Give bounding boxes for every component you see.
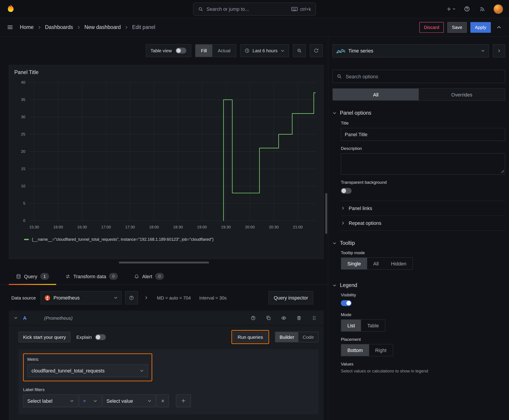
svg-text:17:30: 17:30 — [125, 225, 135, 229]
tooltip-mode-all[interactable]: All — [367, 258, 385, 269]
prometheus-query-builder: Metric cloudflared_tunnel_total_requests… — [18, 349, 318, 414]
mega-menu-button[interactable] — [6, 23, 15, 32]
panel-links-row[interactable]: Panel links — [341, 201, 505, 216]
explain-toggle[interactable] — [95, 334, 106, 340]
trash-icon — [296, 315, 302, 320]
remove-filter-button[interactable] — [156, 394, 169, 407]
legend-values-description: Select values or calculations to show in… — [341, 369, 505, 374]
builder-option[interactable]: Builder — [275, 332, 298, 342]
legend-header[interactable]: Legend — [332, 278, 505, 292]
expand-options-button[interactable] — [141, 291, 151, 304]
metric-value: cloudflared_tunnel_total_requests — [31, 368, 105, 374]
fill-option[interactable]: Fill — [196, 45, 212, 57]
panel-edit-actions: Discard Save Apply — [419, 22, 503, 33]
viz-picker[interactable]: Time series — [332, 44, 489, 57]
breadcrumb-dashboards[interactable]: Dashboards — [45, 24, 73, 30]
svg-text:20:30: 20:30 — [269, 225, 279, 229]
news-button[interactable] — [478, 5, 487, 14]
legend-placement-right[interactable]: Right — [369, 344, 393, 356]
drag-query-handle[interactable] — [310, 314, 319, 323]
time-range-picker[interactable]: Last 6 hours — [240, 44, 289, 57]
toggle-query-visibility-button[interactable] — [279, 314, 289, 323]
save-button[interactable]: Save — [447, 22, 467, 33]
legend-mode-label: Mode — [341, 312, 505, 317]
interval-stat: Interval = 30s — [199, 295, 227, 300]
svg-text:35: 35 — [21, 97, 25, 102]
global-search[interactable]: Search or jump to... ctrl+k — [193, 2, 316, 15]
options-tabs: All Overrides — [332, 88, 505, 100]
query-inspector-button[interactable]: Query inspector — [268, 291, 313, 304]
repeat-options-row[interactable]: Repeat options — [341, 215, 505, 230]
panel-title[interactable]: Panel Title — [14, 67, 318, 75]
tab-transform-data[interactable]: Transform data 0 — [58, 268, 125, 285]
description-label: Description — [341, 146, 505, 151]
kick-start-button[interactable]: Kick start your query — [18, 332, 70, 342]
query-help-button[interactable] — [249, 314, 258, 323]
select-value-dropdown[interactable]: Select value — [102, 394, 156, 407]
select-label-dropdown[interactable]: Select label — [23, 394, 78, 407]
prometheus-icon — [45, 295, 51, 301]
breadcrumb-new-dashboard[interactable]: New dashboard — [84, 24, 121, 30]
refresh-icon — [313, 48, 319, 53]
options-search-input[interactable] — [332, 70, 505, 83]
panel-title-input[interactable] — [341, 128, 505, 141]
metric-label: Metric — [27, 357, 148, 362]
tab-query[interactable]: Query 1 — [9, 268, 56, 285]
legend-series-label[interactable]: {__name__="cloudflared_tunnel_total_requ… — [32, 237, 214, 242]
duplicate-query-button[interactable] — [264, 314, 273, 323]
panel-options-header[interactable]: Panel options — [332, 106, 505, 120]
grafana-edit-panel-page: Search or jump to... ctrl+k — [0, 0, 509, 420]
svg-text:0: 0 — [23, 218, 25, 223]
apply-button[interactable]: Apply — [471, 22, 491, 33]
discard-button[interactable]: Discard — [419, 22, 444, 33]
label-filters-label: Label filters — [23, 387, 314, 392]
vertical-scrollbar[interactable] — [325, 193, 327, 234]
help-button[interactable] — [462, 5, 471, 14]
resize-handle-icon[interactable] — [501, 170, 504, 173]
legend-visibility-toggle[interactable] — [341, 300, 352, 306]
table-view-label: Table view — [151, 48, 172, 53]
chevron-down-icon — [70, 399, 74, 403]
tooltip-mode-single[interactable]: Single — [341, 258, 367, 269]
tab-all-options[interactable]: All — [333, 89, 419, 100]
legend-values-label: Values — [341, 361, 505, 366]
collapse-options-button[interactable] — [493, 44, 505, 57]
collapse-header-button[interactable] — [494, 23, 504, 32]
breadcrumb: Home Dashboards New dashboard Edit panel — [20, 24, 155, 30]
delete-query-button[interactable] — [295, 314, 304, 323]
datasource-picker[interactable]: Prometheus — [41, 291, 122, 304]
legend-placement-bottom[interactable]: Bottom — [341, 344, 369, 356]
table-view-toggle[interactable] — [176, 48, 187, 54]
tab-overrides[interactable]: Overrides — [419, 89, 505, 100]
legend-mode-table[interactable]: Table — [361, 320, 385, 331]
help-icon — [464, 6, 470, 12]
tooltip-mode-hidden[interactable]: Hidden — [385, 258, 413, 269]
datasource-help-button[interactable] — [125, 291, 138, 304]
max-datapoints-stat: MD = auto = 704 — [157, 295, 191, 300]
plus-icon — [181, 398, 186, 403]
legend-mode-list[interactable]: List — [341, 320, 361, 331]
horizontal-scrollbar[interactable] — [119, 262, 209, 264]
tab-alert[interactable]: Alert 0 — [127, 268, 171, 285]
operator-dropdown[interactable]: = — [79, 394, 101, 407]
query-editor-body: Kick start your query Explain Run querie… — [9, 326, 324, 414]
tooltip-header[interactable]: Tooltip — [332, 236, 505, 250]
run-queries-button[interactable]: Run queries — [233, 332, 268, 342]
query-row-header[interactable]: A (Prometheus) — [9, 310, 324, 326]
chevron-right-icon — [144, 296, 148, 300]
grafana-logo-icon[interactable] — [6, 4, 15, 14]
actual-option[interactable]: Actual — [212, 45, 236, 57]
viz-name: Time series — [348, 48, 373, 54]
chevron-down-icon — [332, 241, 337, 245]
description-input[interactable] — [341, 153, 505, 174]
new-menu-button[interactable] — [446, 5, 456, 14]
breadcrumb-home[interactable]: Home — [20, 24, 34, 30]
zoom-out-button[interactable] — [293, 44, 306, 57]
transparent-background-toggle[interactable] — [341, 188, 352, 194]
profile-button[interactable] — [494, 5, 503, 14]
panel-options-section: Panel options Title Description — [332, 106, 505, 231]
refresh-button[interactable] — [310, 44, 323, 57]
add-filter-button[interactable] — [176, 394, 191, 407]
code-option[interactable]: Code — [298, 332, 318, 342]
metric-select[interactable]: cloudflared_tunnel_total_requests — [27, 364, 148, 377]
